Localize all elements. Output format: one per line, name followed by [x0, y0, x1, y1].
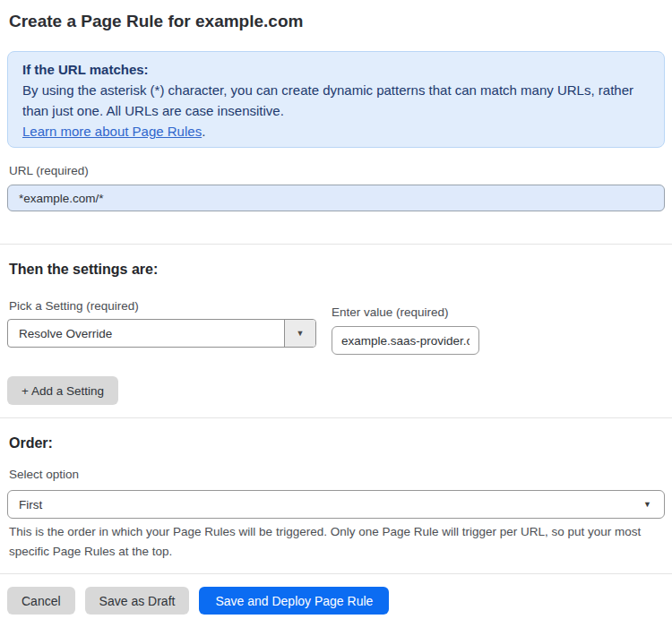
setting-select-label: Pick a Setting (required) [9, 299, 307, 314]
setting-value-input[interactable] [332, 326, 479, 355]
learn-more-link[interactable]: Learn more about Page Rules [22, 124, 202, 139]
order-section-heading: Order: [9, 434, 663, 451]
order-help-text: This is the order in which your Page Rul… [9, 522, 656, 562]
save-as-draft-button[interactable]: Save as Draft [85, 587, 190, 615]
divider [0, 417, 672, 418]
divider [0, 244, 672, 245]
link-suffix: . [202, 124, 205, 139]
url-field-label: URL (required) [9, 164, 663, 178]
order-select-label: Select option [9, 468, 663, 482]
chevron-down-icon: ▼ [643, 500, 651, 509]
url-input[interactable] [7, 185, 665, 211]
footer-actions: Cancel Save as Draft Save and Deploy Pag… [7, 587, 665, 615]
settings-row: Pick a Setting (required) Resolve Overri… [0, 278, 672, 355]
setting-select-value: Resolve Override [8, 320, 284, 347]
cancel-button[interactable]: Cancel [7, 587, 75, 615]
order-select-value: First [19, 498, 42, 512]
chevron-down-icon[interactable]: ▼ [284, 320, 315, 347]
setting-column: Pick a Setting (required) Resolve Overri… [0, 278, 316, 348]
settings-section-heading: Then the settings are: [9, 261, 663, 278]
add-setting-button[interactable]: + Add a Setting [7, 376, 118, 405]
callout-heading: If the URL matches: [22, 59, 650, 80]
setting-select[interactable]: Resolve Override ▼ [7, 319, 316, 348]
value-column: Enter value (required) [332, 278, 479, 355]
url-matches-callout: If the URL matches: By using the asteris… [7, 51, 665, 148]
page-title: Create a Page Rule for example.com [9, 11, 663, 31]
callout-link-line: Learn more about Page Rules. [22, 121, 650, 142]
save-and-deploy-button[interactable]: Save and Deploy Page Rule [199, 587, 389, 615]
order-select[interactable]: First ▼ [7, 490, 665, 519]
value-field-label: Enter value (required) [332, 305, 479, 320]
callout-body: By using the asterisk (*) character, you… [22, 80, 650, 121]
divider [0, 573, 672, 574]
